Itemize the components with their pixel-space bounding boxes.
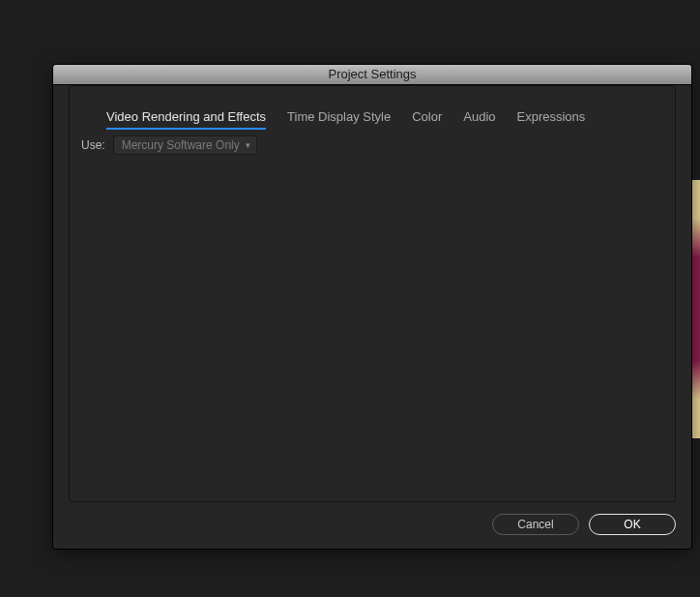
- tab-expressions[interactable]: Expressions: [517, 109, 586, 130]
- use-dropdown[interactable]: Mercury Software Only ▾: [113, 135, 257, 155]
- dialog-title: Project Settings: [53, 65, 691, 85]
- use-label: Use:: [81, 138, 105, 152]
- chevron-down-icon: ▾: [246, 140, 250, 150]
- project-settings-dialog: Project Settings Video Rendering and Eff…: [52, 64, 692, 550]
- ok-button[interactable]: OK: [589, 514, 676, 535]
- tab-time-display[interactable]: Time Display Style: [287, 109, 391, 130]
- tab-audio[interactable]: Audio: [463, 109, 495, 130]
- tab-color[interactable]: Color: [412, 109, 442, 130]
- dialog-buttons: Cancel OK: [53, 514, 691, 549]
- tab-video-rendering[interactable]: Video Rendering and Effects: [106, 109, 266, 130]
- use-dropdown-value: Mercury Software Only: [122, 138, 240, 152]
- cancel-button[interactable]: Cancel: [492, 514, 579, 535]
- tab-bar: Video Rendering and Effects Time Display…: [81, 96, 663, 135]
- use-row: Use: Mercury Software Only ▾: [81, 135, 663, 155]
- dialog-content: Video Rendering and Effects Time Display…: [69, 85, 676, 502]
